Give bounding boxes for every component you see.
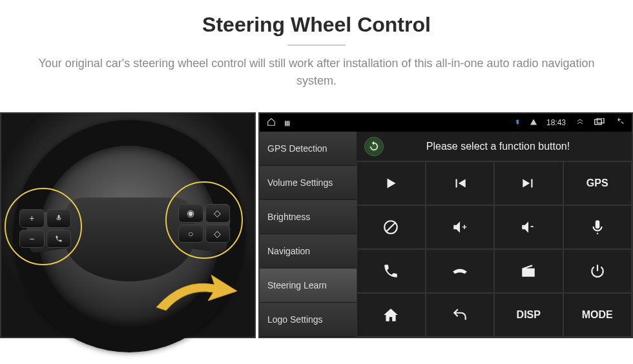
page-subtitle: Your original car's steering wheel contr… (0, 55, 633, 90)
back-icon[interactable] (615, 117, 625, 128)
apps-icon[interactable]: ▦ (284, 119, 290, 126)
sidebar-item-logo-settings[interactable]: Logo Settings (260, 303, 357, 337)
sidebar-item-label: Logo Settings (267, 314, 323, 325)
bluetooth-icon (514, 117, 521, 128)
gps-label: GPS (586, 177, 608, 189)
device-screen: ▦ 18:43 (258, 112, 633, 338)
recents-icon[interactable] (594, 118, 606, 128)
status-bar: ▦ 18:43 (260, 114, 632, 132)
prev-track-button[interactable] (426, 161, 495, 205)
main-header: Please select a function button! (357, 132, 632, 161)
gps-button[interactable]: GPS (563, 161, 632, 205)
mode-label: MODE (582, 309, 613, 321)
sidebar-item-label: GPS Detection (267, 143, 327, 154)
mute-button[interactable] (357, 205, 426, 249)
highlight-circle-left (5, 188, 82, 265)
svg-rect-1 (597, 118, 605, 123)
refresh-icon[interactable] (364, 137, 384, 156)
sidebar-item-steering-learn[interactable]: Steering Learn (260, 268, 357, 303)
svg-rect-0 (595, 119, 602, 125)
highlight-circle-right (165, 181, 243, 259)
volume-down-button[interactable]: - (494, 205, 563, 249)
home-outline-icon[interactable] (266, 117, 276, 128)
sidebar-item-navigation[interactable]: Navigation (260, 234, 357, 268)
arrow-indicator (150, 272, 240, 317)
signal-icon (530, 118, 537, 128)
status-time: 18:43 (546, 118, 566, 127)
disp-label: DISP (517, 309, 541, 321)
sidebar-item-volume-settings[interactable]: Volume Settings (260, 166, 357, 200)
svg-text:-: - (531, 220, 534, 231)
call-end-button[interactable] (426, 249, 495, 293)
mode-button[interactable]: MODE (563, 293, 632, 337)
function-grid: GPS + - DISP MODE (357, 161, 632, 337)
main-panel: Please select a function button! GPS + - (357, 132, 632, 337)
sidebar-item-label: Volume Settings (267, 177, 333, 188)
next-track-button[interactable] (494, 161, 563, 205)
sidebar-item-label: Brightness (267, 212, 310, 222)
call-answer-button[interactable] (357, 249, 426, 293)
mic-button[interactable] (563, 205, 632, 249)
sidebar-item-brightness[interactable]: Brightness (260, 200, 357, 234)
volume-up-button[interactable]: + (426, 205, 495, 249)
steering-wheel-image: + − ◉ ◇ ○ ◇ (0, 112, 256, 338)
radio-button[interactable] (494, 249, 563, 293)
play-button[interactable] (357, 161, 426, 205)
sidebar-item-label: Navigation (267, 246, 310, 256)
main-header-text: Please select a function button! (391, 141, 624, 152)
home-button[interactable] (357, 293, 426, 337)
chevron-up-icon[interactable] (575, 118, 585, 128)
return-button[interactable] (426, 293, 495, 337)
sidebar-item-gps-detection[interactable]: GPS Detection (260, 132, 357, 166)
settings-sidebar: GPS Detection Volume Settings Brightness… (260, 132, 357, 337)
svg-text:+: + (462, 222, 467, 232)
sidebar-item-label: Steering Learn (267, 280, 327, 290)
power-button[interactable] (563, 249, 632, 293)
svg-line-3 (386, 222, 396, 232)
title-divider (287, 45, 346, 46)
page-title: Steering Wheel Control (0, 13, 633, 37)
disp-button[interactable]: DISP (494, 293, 563, 337)
